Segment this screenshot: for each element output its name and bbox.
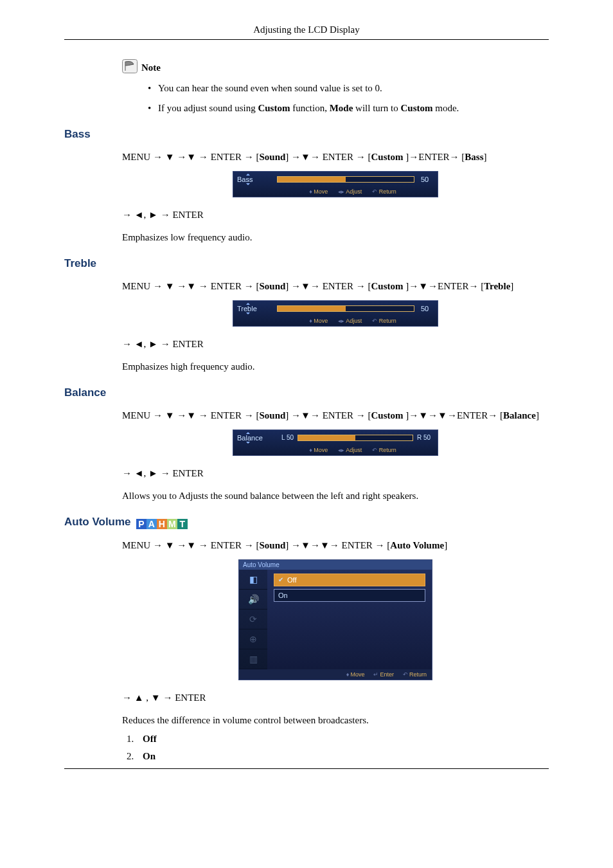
nav-sequence-treble: MENU → ▼ →▼ → ENTER → [Sound] →▼→ ENTER …: [122, 279, 549, 294]
osd-panel-sidebar: ◧ 🔊 ⟳ ⊕ ▥: [239, 570, 267, 669]
nav-adjust-auto-volume: → ▲ , ▼ → ENTER: [122, 691, 549, 705]
section-title-auto-volume: Auto Volume PAHMT: [64, 516, 549, 529]
note-icon: [122, 59, 138, 73]
osd-bass: Bass 50 ♦ Move ◂▸ Adjust ↶ Return: [233, 171, 438, 197]
osd-balance-left: L 50: [277, 434, 294, 441]
osd-treble-slider[interactable]: [277, 305, 414, 312]
source-icon[interactable]: ⊕: [239, 629, 267, 649]
pahmt-badge: PAHMT: [136, 519, 188, 529]
osd-balance: Balance L 50 R 50 ♦ Move ◂▸ Adjust ↶ Ret…: [233, 429, 438, 456]
nav-sequence-bass: MENU → ▼ →▼ → ENTER → [Sound] →▼→ ENTER …: [122, 150, 549, 165]
multi-icon[interactable]: ▥: [239, 649, 267, 669]
footer-rule: [64, 768, 549, 769]
osd-balance-label: Balance: [237, 434, 271, 442]
osd-bass-value: 50: [421, 176, 434, 183]
desc-bass: Emphasizes low frequency audio.: [122, 232, 549, 243]
osd-bass-slider[interactable]: [277, 176, 414, 183]
page-header: Adjusting the LCD Display: [64, 24, 549, 35]
osd-treble-value: 50: [421, 305, 434, 312]
nav-sequence-auto-volume: MENU → ▼ →▼ → ENTER → [Sound] →▼→▼→ ENTE…: [122, 538, 549, 553]
section-title-balance: Balance: [64, 386, 549, 399]
osd-bass-label: Bass: [237, 176, 271, 183]
osd-panel-title: Auto Volume: [239, 560, 432, 570]
setup-icon[interactable]: ⟳: [239, 610, 267, 629]
picture-icon[interactable]: ◧: [239, 570, 267, 590]
osd-treble-label: Treble: [237, 305, 271, 312]
osd-balance-right: R 50: [417, 434, 434, 441]
nav-sequence-balance: MENU → ▼ →▼ → ENTER → [Sound] →▼→ ENTER …: [122, 408, 549, 423]
check-icon: ✔: [278, 576, 283, 583]
osd-auto-volume-panel: Auto Volume ◧ 🔊 ⟳ ⊕ ▥ ✔ Off: [238, 559, 432, 680]
section-title-treble: Treble: [64, 257, 549, 270]
section-title-bass: Bass: [64, 128, 549, 141]
auto-volume-options: Off On: [122, 734, 549, 762]
note-item: You can hear the sound even when sound v…: [158, 83, 549, 94]
sound-icon[interactable]: 🔊: [239, 590, 267, 610]
nav-adjust-bass: → ◄, ► → ENTER: [122, 208, 549, 222]
osd-balance-slider[interactable]: [298, 435, 413, 441]
note-label: Note: [141, 62, 161, 73]
nav-adjust-treble: → ◄, ► → ENTER: [122, 337, 549, 352]
desc-treble: Emphasizes high frequency audio.: [122, 361, 549, 372]
note-block: Note You can hear the sound even when so…: [122, 59, 549, 114]
option-off[interactable]: ✔ Off: [274, 574, 425, 586]
osd-treble: Treble 50 ♦ Move ◂▸ Adjust ↶ Return: [233, 300, 438, 327]
option-on[interactable]: On: [274, 589, 425, 602]
desc-balance: Allows you to Adjusts the sound balance …: [122, 491, 549, 502]
nav-adjust-balance: → ◄, ► → ENTER: [122, 466, 549, 481]
desc-auto-volume: Reduces the difference in volume control…: [122, 715, 549, 726]
note-item: If you adjust sound using Custom functio…: [158, 103, 549, 114]
